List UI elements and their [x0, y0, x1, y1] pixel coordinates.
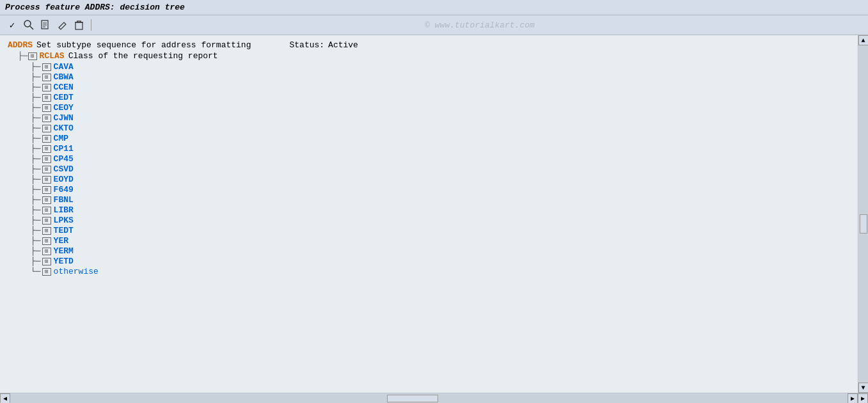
- tree-connector: ├─: [31, 103, 41, 113]
- right-scrollbar[interactable]: ▲ ▼: [858, 35, 868, 393]
- l1-connector: ├─: [18, 51, 28, 61]
- leaf-label-cava: CAVA: [54, 62, 74, 72]
- delete-icon[interactable]: [72, 18, 86, 32]
- leaf-label-cp11: CP11: [54, 144, 74, 154]
- tree-row: ├─⊞CBWA: [31, 72, 850, 82]
- bottom-scrollbar[interactable]: ◀ ▶ ▶: [0, 393, 868, 403]
- expand-icon-ccen[interactable]: ⊞: [42, 84, 51, 91]
- tree-connector: ├─: [31, 185, 41, 194]
- tree-row: ├─⊞F649: [31, 185, 850, 194]
- tree-connector: ├─: [31, 154, 41, 164]
- tree-row: ├─⊞YETD: [31, 257, 850, 266]
- leaf-label-ceoy: CEOY: [54, 103, 74, 113]
- tree-connector: ├─: [31, 83, 41, 92]
- rclas-description: Class of the requesting report: [68, 51, 218, 61]
- rclas-key: RCLAS: [40, 51, 65, 61]
- tree-connector: ├─: [31, 226, 41, 235]
- expand-icon-csvd[interactable]: ⊞: [42, 166, 51, 173]
- scroll-left-arrow[interactable]: ◀: [0, 393, 10, 404]
- expand-icon-yerm[interactable]: ⊞: [42, 248, 51, 255]
- expand-icon-otherwise[interactable]: ⊞: [42, 268, 51, 276]
- leaf-label-yetd: YETD: [54, 257, 74, 266]
- h-scroll-thumb[interactable]: [387, 395, 438, 402]
- root-key: ADDRS: [8, 40, 33, 50]
- tree-row: ├─⊞CEOY: [31, 103, 850, 113]
- scroll-right-arrow2[interactable]: ▶: [858, 393, 868, 404]
- leaf-label-f649: F649: [54, 185, 74, 194]
- scroll-track[interactable]: [859, 45, 868, 383]
- leaf-label-lpks: LPKS: [54, 216, 74, 225]
- toolbar-separator: [91, 19, 91, 31]
- expand-icon-yer[interactable]: ⊞: [42, 237, 51, 245]
- tree-row: ├─⊞FBNL: [31, 195, 850, 205]
- expand-icon-lpks[interactable]: ⊞: [42, 217, 51, 225]
- tree-row: ├─⊞CP11: [31, 144, 850, 154]
- leaf-label-tedt: TEDT: [54, 226, 74, 235]
- leaf-label-yer: YER: [54, 236, 68, 246]
- tree-row: ├─⊞CP45: [31, 154, 850, 164]
- leaf-label-ccen: CCEN: [54, 83, 74, 92]
- h-scroll-track[interactable]: [10, 394, 848, 403]
- edit-icon[interactable]: [55, 18, 69, 32]
- tree-connector: └─: [31, 267, 41, 276]
- expand-icon-ckto[interactable]: ⊞: [42, 125, 51, 132]
- leaf-label-cp45: CP45: [54, 154, 74, 164]
- tree-row: ├─⊞CEDT: [31, 93, 850, 102]
- tree-connector: ├─: [31, 62, 41, 72]
- tree-connector: ├─: [31, 93, 41, 102]
- expand-icon-cjwn[interactable]: ⊞: [42, 115, 51, 122]
- expand-icon-cmp[interactable]: ⊞: [42, 135, 51, 143]
- main-area: ADDRS Set subtype sequence for address f…: [0, 35, 868, 393]
- level1-container: ├─ ⊞ RCLAS Class of the requesting repor…: [18, 51, 850, 276]
- search-icon[interactable]: [22, 18, 36, 32]
- scroll-thumb[interactable]: [860, 214, 867, 233]
- expand-icon-cbwa[interactable]: ⊞: [42, 74, 51, 81]
- expand-icon-libr[interactable]: ⊞: [42, 207, 51, 214]
- root-description: Set subtype sequence for address formatt…: [36, 40, 251, 50]
- expand-icon-fbnl[interactable]: ⊞: [42, 196, 51, 204]
- tree-row: ├─⊞LIBR: [31, 205, 850, 215]
- expand-icon-tedt[interactable]: ⊞: [42, 227, 51, 235]
- document-icon[interactable]: [38, 18, 52, 32]
- expand-icon-f649[interactable]: ⊞: [42, 186, 51, 194]
- tree-row: ├─⊞CSVD: [31, 164, 850, 174]
- scroll-right-arrow1[interactable]: ▶: [848, 393, 858, 404]
- tree-connector: ├─: [31, 164, 41, 174]
- expand-icon-cp45[interactable]: ⊞: [42, 155, 51, 163]
- tree-row: ├─⊞YER: [31, 236, 850, 246]
- expand-icon-eoyd[interactable]: ⊞: [42, 176, 51, 184]
- leaf-label-cjwn: CJWN: [54, 113, 74, 123]
- check-icon[interactable]: ✓: [5, 18, 19, 32]
- leaf-label-cedt: CEDT: [54, 93, 74, 102]
- tree-row: └─⊞otherwise: [31, 267, 850, 276]
- expand-icon-cedt[interactable]: ⊞: [42, 94, 51, 102]
- expand-icon-cava[interactable]: ⊞: [42, 63, 51, 71]
- tree-connector: ├─: [31, 134, 41, 143]
- svg-line-1: [30, 26, 33, 29]
- level2-container: ├─⊞CAVA├─⊞CBWA├─⊞CCEN├─⊞CEDT├─⊞CEOY├─⊞CJ…: [31, 62, 850, 276]
- leaf-label-csvd: CSVD: [54, 164, 74, 174]
- leaf-label-cbwa: CBWA: [54, 72, 74, 82]
- title-text: Process feature ADDRS: decision tree: [5, 3, 185, 12]
- scroll-down-arrow[interactable]: ▼: [858, 383, 869, 393]
- leaf-label-ckto: CKTO: [54, 123, 74, 133]
- content-area: ADDRS Set subtype sequence for address f…: [0, 35, 858, 393]
- tree-connector: ├─: [31, 72, 41, 82]
- leaf-nodes-container: ├─⊞CAVA├─⊞CBWA├─⊞CCEN├─⊞CEDT├─⊞CEOY├─⊞CJ…: [31, 62, 850, 276]
- tree-row: ├─⊞CJWN: [31, 113, 850, 123]
- status-label: Status:: [289, 40, 324, 50]
- expand-icon-ceoy[interactable]: ⊞: [42, 104, 51, 112]
- leaf-label-libr: LIBR: [54, 205, 74, 215]
- tree-row: ├─⊞CMP: [31, 134, 850, 143]
- tree-connector: ├─: [31, 205, 41, 215]
- expand-icon-yetd[interactable]: ⊞: [42, 258, 51, 265]
- expand-icon-rclas[interactable]: ⊞: [28, 52, 37, 60]
- tree-row: ├─⊞LPKS: [31, 216, 850, 225]
- leaf-label-fbnl: FBNL: [54, 195, 74, 205]
- expand-icon-cp11[interactable]: ⊞: [42, 145, 51, 153]
- root-node-line: ADDRS Set subtype sequence for address f…: [8, 40, 850, 50]
- scroll-up-arrow[interactable]: ▲: [858, 35, 869, 45]
- tree-row: ├─⊞CCEN: [31, 83, 850, 92]
- tree-row: ├─⊞TEDT: [31, 226, 850, 235]
- svg-rect-7: [75, 22, 83, 29]
